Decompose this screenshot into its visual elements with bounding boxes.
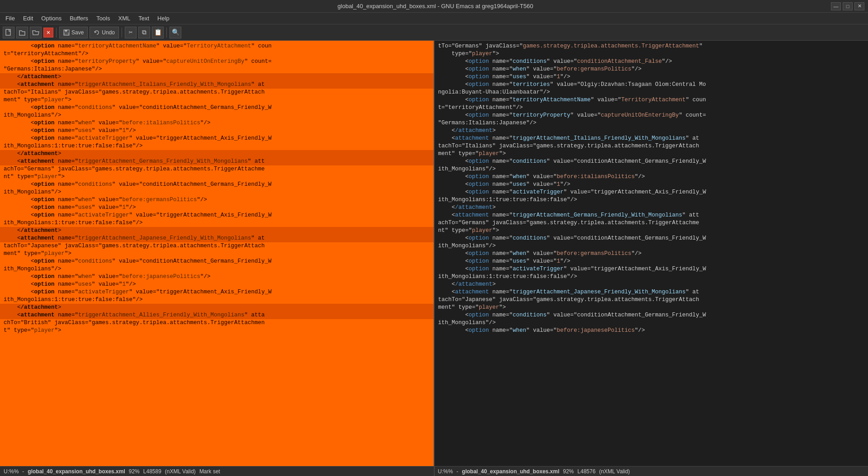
left-status-percent: 92%	[129, 468, 140, 475]
left-status-mark: Mark set	[199, 468, 220, 475]
title-bar: global_40_expansion_uhd_boxes.xml - GNU …	[0, 0, 868, 13]
undo-button[interactable]: Undo	[90, 27, 119, 38]
open-folder-button[interactable]	[30, 27, 42, 38]
left-code-content[interactable]: <option name="territoryAttachmentName" v…	[0, 41, 434, 466]
close-button[interactable]: ✕	[854, 2, 864, 10]
svg-rect-3	[64, 33, 69, 35]
right-code-content[interactable]: tTo="Germans" javaClass="games.strategy.…	[434, 41, 868, 466]
menu-item-edit[interactable]: Edit	[19, 14, 37, 23]
right-status-filename: global_40_expansion_uhd_boxes.xml	[462, 468, 559, 475]
window-controls[interactable]: — □ ✕	[831, 2, 864, 10]
right-pane: tTo="Germans" javaClass="games.strategy.…	[434, 41, 868, 466]
menu-item-options[interactable]: Options	[38, 14, 65, 23]
paste-button[interactable]: 📋	[152, 27, 164, 38]
separator-3	[166, 28, 167, 38]
editor-area: <option name="territoryAttachmentName" v…	[0, 41, 868, 466]
close-file-button[interactable]: ✕	[43, 28, 53, 38]
menu-item-tools[interactable]: Tools	[93, 14, 113, 23]
left-status-filename: global_40_expansion_uhd_boxes.xml	[28, 468, 125, 475]
left-status-sep: -	[22, 468, 24, 475]
status-bar: U:%% - global_40_expansion_uhd_boxes.xml…	[0, 466, 868, 476]
copy-button[interactable]: ⧉	[138, 27, 150, 38]
search-button[interactable]: 🔍	[170, 27, 181, 38]
svg-rect-2	[65, 30, 67, 32]
right-status-sep: -	[457, 468, 458, 475]
menu-item-file[interactable]: File	[2, 14, 19, 23]
minimize-button[interactable]: —	[831, 2, 841, 10]
cut-button[interactable]: ✂	[125, 27, 137, 38]
right-status-extra: (nXML Valid)	[599, 468, 630, 475]
left-pane: <option name="territoryAttachmentName" v…	[0, 41, 434, 466]
separator-1	[56, 28, 57, 38]
right-status: U:%% - global_40_expansion_uhd_boxes.xml…	[434, 467, 868, 476]
right-status-percent: 92%	[563, 468, 574, 475]
left-status: U:%% - global_40_expansion_uhd_boxes.xml…	[0, 467, 434, 476]
left-status-mode: U:%%	[4, 468, 19, 475]
separator-2	[122, 28, 122, 38]
left-status-line: L48589	[143, 468, 161, 475]
menu-item-buffers[interactable]: Buffers	[66, 14, 92, 23]
right-status-line: L48576	[577, 468, 595, 475]
left-status-extra: (nXML Valid)	[165, 468, 196, 475]
new-file-button[interactable]	[3, 27, 14, 38]
save-button[interactable]: Save	[59, 27, 88, 38]
menu-item-xml[interactable]: XML	[114, 14, 134, 23]
toolbar: ✕ Save Undo ✂ ⧉ 📋 🔍	[0, 24, 868, 41]
window-title: global_40_expansion_uhd_boxes.xml - GNU …	[40, 3, 831, 9]
menu-item-text[interactable]: Text	[135, 14, 153, 23]
right-status-mode: U:%%	[438, 468, 453, 475]
menu-bar: FileEditOptionsBuffersToolsXMLTextHelp	[0, 13, 868, 24]
menu-item-help[interactable]: Help	[154, 14, 173, 23]
open-file-button[interactable]	[16, 27, 28, 38]
maximize-button[interactable]: □	[843, 2, 853, 10]
svg-rect-0	[6, 29, 10, 35]
